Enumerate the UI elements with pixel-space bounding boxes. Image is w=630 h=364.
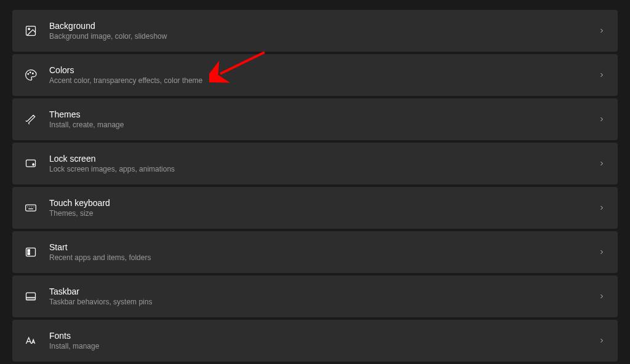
- settings-item-title: Touch keyboard: [49, 198, 597, 208]
- fonts-icon: [23, 333, 38, 348]
- settings-item-text: Themes Install, create, manage: [49, 109, 597, 129]
- settings-item-subtitle: Background image, color, slideshow: [49, 32, 597, 41]
- settings-item-text: Fonts Install, manage: [49, 331, 597, 350]
- start-icon: [23, 245, 38, 259]
- settings-item-text: Touch keyboard Themes, size: [49, 198, 597, 218]
- settings-item-subtitle: Install, manage: [49, 342, 597, 350]
- chevron-right-icon: [597, 26, 607, 36]
- chevron-right-icon: [597, 291, 607, 301]
- chevron-right-icon: [597, 203, 607, 213]
- settings-item-subtitle: Themes, size: [49, 209, 597, 218]
- settings-item-title: Taskbar: [49, 287, 597, 296]
- svg-rect-5: [26, 160, 36, 167]
- settings-item-start[interactable]: Start Recent apps and items, folders: [12, 231, 618, 273]
- settings-item-lock-screen[interactable]: Lock screen Lock screen images, apps, an…: [12, 143, 618, 184]
- svg-point-2: [28, 74, 29, 75]
- brush-icon: [23, 112, 38, 127]
- settings-item-subtitle: Lock screen images, apps, animations: [49, 165, 597, 173]
- settings-item-touch-keyboard[interactable]: Touch keyboard Themes, size: [12, 187, 618, 229]
- settings-item-text: Colors Accent color, transparency effect…: [49, 65, 597, 85]
- settings-item-text: Lock screen Lock screen images, apps, an…: [49, 154, 597, 173]
- settings-item-subtitle: Install, create, manage: [49, 121, 597, 129]
- settings-item-title: Fonts: [49, 331, 597, 341]
- image-icon: [23, 23, 38, 38]
- settings-item-fonts[interactable]: Fonts Install, manage: [12, 320, 618, 362]
- lock-screen-icon: [23, 156, 38, 171]
- settings-item-text: Start Recent apps and items, folders: [49, 242, 597, 262]
- settings-item-title: Colors: [49, 65, 597, 75]
- settings-item-themes[interactable]: Themes Install, create, manage: [12, 98, 618, 140]
- svg-rect-7: [26, 205, 36, 211]
- palette-icon: [23, 68, 38, 82]
- settings-item-background[interactable]: Background Background image, color, slid…: [12, 10, 618, 52]
- svg-point-3: [30, 72, 31, 73]
- settings-item-title: Lock screen: [49, 154, 597, 164]
- settings-list: Background Background image, color, slid…: [12, 10, 618, 362]
- settings-item-colors[interactable]: Colors Accent color, transparency effect…: [12, 54, 618, 96]
- settings-item-subtitle: Recent apps and items, folders: [49, 253, 597, 262]
- svg-point-4: [33, 73, 34, 74]
- chevron-right-icon: [597, 70, 607, 80]
- keyboard-icon: [23, 200, 38, 215]
- chevron-right-icon: [597, 114, 607, 124]
- svg-rect-9: [28, 250, 30, 251]
- settings-item-title: Background: [49, 21, 597, 31]
- chevron-right-icon: [597, 336, 607, 346]
- settings-item-taskbar[interactable]: Taskbar Taskbar behaviors, system pins: [12, 275, 618, 317]
- taskbar-icon: [23, 289, 38, 304]
- settings-item-title: Themes: [49, 109, 597, 119]
- chevron-right-icon: [597, 247, 607, 257]
- settings-item-subtitle: Taskbar behaviors, system pins: [49, 298, 597, 306]
- settings-item-subtitle: Accent color, transparency effects, colo…: [49, 76, 597, 85]
- chevron-right-icon: [597, 159, 607, 168]
- settings-item-title: Start: [49, 242, 597, 252]
- svg-rect-10: [28, 253, 30, 255]
- settings-item-text: Background Background image, color, slid…: [49, 21, 597, 41]
- settings-item-text: Taskbar Taskbar behaviors, system pins: [49, 287, 597, 306]
- svg-point-1: [28, 28, 30, 30]
